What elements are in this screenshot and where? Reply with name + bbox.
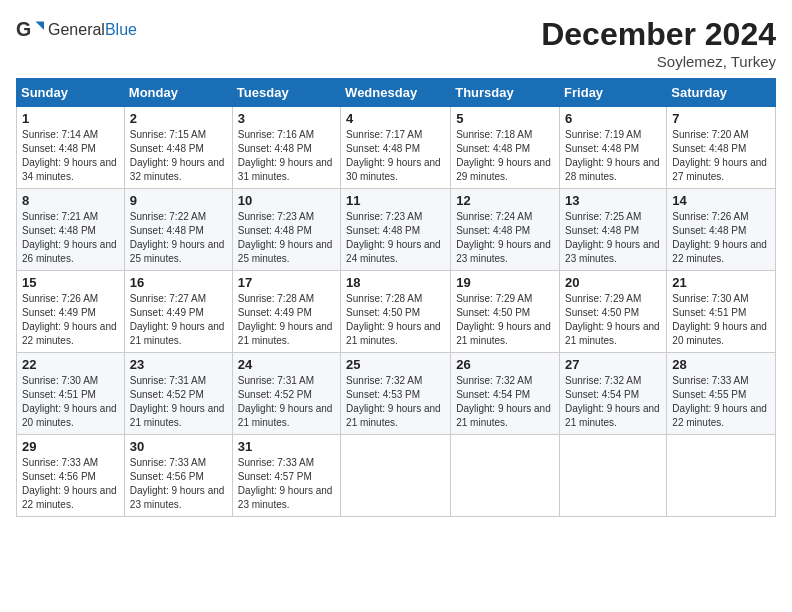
- weekday-header-cell: Wednesday: [341, 79, 451, 107]
- calendar-week-row: 8 Sunrise: 7:21 AMSunset: 4:48 PMDayligh…: [17, 189, 776, 271]
- calendar-week-row: 15 Sunrise: 7:26 AMSunset: 4:49 PMDaylig…: [17, 271, 776, 353]
- calendar-day-cell: 8 Sunrise: 7:21 AMSunset: 4:48 PMDayligh…: [17, 189, 125, 271]
- day-number: 31: [238, 439, 335, 454]
- day-info: Sunrise: 7:16 AMSunset: 4:48 PMDaylight:…: [238, 129, 333, 182]
- day-number: 17: [238, 275, 335, 290]
- location-subtitle: Soylemez, Turkey: [541, 53, 776, 70]
- calendar-day-cell: 9 Sunrise: 7:22 AMSunset: 4:48 PMDayligh…: [124, 189, 232, 271]
- day-info: Sunrise: 7:25 AMSunset: 4:48 PMDaylight:…: [565, 211, 660, 264]
- calendar-day-cell: 23 Sunrise: 7:31 AMSunset: 4:52 PMDaylig…: [124, 353, 232, 435]
- weekday-header-row: SundayMondayTuesdayWednesdayThursdayFrid…: [17, 79, 776, 107]
- day-number: 28: [672, 357, 770, 372]
- day-info: Sunrise: 7:33 AMSunset: 4:56 PMDaylight:…: [130, 457, 225, 510]
- weekday-header-cell: Friday: [560, 79, 667, 107]
- day-number: 15: [22, 275, 119, 290]
- logo: G GeneralBlue: [16, 16, 137, 44]
- calendar-day-cell: 10 Sunrise: 7:23 AMSunset: 4:48 PMDaylig…: [232, 189, 340, 271]
- day-info: Sunrise: 7:19 AMSunset: 4:48 PMDaylight:…: [565, 129, 660, 182]
- header: G GeneralBlue December 2024 Soylemez, Tu…: [16, 16, 776, 70]
- day-number: 30: [130, 439, 227, 454]
- day-info: Sunrise: 7:26 AMSunset: 4:49 PMDaylight:…: [22, 293, 117, 346]
- day-info: Sunrise: 7:15 AMSunset: 4:48 PMDaylight:…: [130, 129, 225, 182]
- logo-icon: G: [16, 16, 44, 44]
- weekday-header-cell: Tuesday: [232, 79, 340, 107]
- day-number: 11: [346, 193, 445, 208]
- day-number: 12: [456, 193, 554, 208]
- day-number: 23: [130, 357, 227, 372]
- calendar-week-row: 29 Sunrise: 7:33 AMSunset: 4:56 PMDaylig…: [17, 435, 776, 517]
- day-number: 25: [346, 357, 445, 372]
- day-number: 16: [130, 275, 227, 290]
- calendar-day-cell: 16 Sunrise: 7:27 AMSunset: 4:49 PMDaylig…: [124, 271, 232, 353]
- calendar-day-cell: 31 Sunrise: 7:33 AMSunset: 4:57 PMDaylig…: [232, 435, 340, 517]
- svg-marker-1: [36, 22, 44, 30]
- calendar-day-cell: 11 Sunrise: 7:23 AMSunset: 4:48 PMDaylig…: [341, 189, 451, 271]
- logo-general-text: General: [48, 21, 105, 38]
- calendar-day-cell: 7 Sunrise: 7:20 AMSunset: 4:48 PMDayligh…: [667, 107, 776, 189]
- day-number: 20: [565, 275, 661, 290]
- month-title: December 2024: [541, 16, 776, 53]
- day-info: Sunrise: 7:23 AMSunset: 4:48 PMDaylight:…: [346, 211, 441, 264]
- logo-blue-text: Blue: [105, 21, 137, 38]
- day-info: Sunrise: 7:18 AMSunset: 4:48 PMDaylight:…: [456, 129, 551, 182]
- day-info: Sunrise: 7:33 AMSunset: 4:56 PMDaylight:…: [22, 457, 117, 510]
- calendar-day-cell: 20 Sunrise: 7:29 AMSunset: 4:50 PMDaylig…: [560, 271, 667, 353]
- calendar-day-cell: 28 Sunrise: 7:33 AMSunset: 4:55 PMDaylig…: [667, 353, 776, 435]
- day-info: Sunrise: 7:30 AMSunset: 4:51 PMDaylight:…: [22, 375, 117, 428]
- day-number: 2: [130, 111, 227, 126]
- day-info: Sunrise: 7:29 AMSunset: 4:50 PMDaylight:…: [456, 293, 551, 346]
- calendar-day-cell: 22 Sunrise: 7:30 AMSunset: 4:51 PMDaylig…: [17, 353, 125, 435]
- calendar-table: SundayMondayTuesdayWednesdayThursdayFrid…: [16, 78, 776, 517]
- calendar-day-cell: 26 Sunrise: 7:32 AMSunset: 4:54 PMDaylig…: [451, 353, 560, 435]
- day-info: Sunrise: 7:29 AMSunset: 4:50 PMDaylight:…: [565, 293, 660, 346]
- calendar-body: 1 Sunrise: 7:14 AMSunset: 4:48 PMDayligh…: [17, 107, 776, 517]
- day-info: Sunrise: 7:33 AMSunset: 4:57 PMDaylight:…: [238, 457, 333, 510]
- calendar-day-cell: [560, 435, 667, 517]
- calendar-day-cell: 30 Sunrise: 7:33 AMSunset: 4:56 PMDaylig…: [124, 435, 232, 517]
- day-info: Sunrise: 7:31 AMSunset: 4:52 PMDaylight:…: [130, 375, 225, 428]
- day-info: Sunrise: 7:26 AMSunset: 4:48 PMDaylight:…: [672, 211, 767, 264]
- calendar-day-cell: [341, 435, 451, 517]
- day-number: 13: [565, 193, 661, 208]
- calendar-day-cell: [667, 435, 776, 517]
- day-info: Sunrise: 7:32 AMSunset: 4:54 PMDaylight:…: [565, 375, 660, 428]
- day-number: 4: [346, 111, 445, 126]
- calendar-day-cell: 19 Sunrise: 7:29 AMSunset: 4:50 PMDaylig…: [451, 271, 560, 353]
- calendar-day-cell: 13 Sunrise: 7:25 AMSunset: 4:48 PMDaylig…: [560, 189, 667, 271]
- day-info: Sunrise: 7:32 AMSunset: 4:54 PMDaylight:…: [456, 375, 551, 428]
- day-number: 8: [22, 193, 119, 208]
- day-number: 9: [130, 193, 227, 208]
- day-info: Sunrise: 7:28 AMSunset: 4:50 PMDaylight:…: [346, 293, 441, 346]
- day-info: Sunrise: 7:17 AMSunset: 4:48 PMDaylight:…: [346, 129, 441, 182]
- day-number: 5: [456, 111, 554, 126]
- calendar-day-cell: 27 Sunrise: 7:32 AMSunset: 4:54 PMDaylig…: [560, 353, 667, 435]
- day-info: Sunrise: 7:20 AMSunset: 4:48 PMDaylight:…: [672, 129, 767, 182]
- calendar-day-cell: [451, 435, 560, 517]
- calendar-day-cell: 3 Sunrise: 7:16 AMSunset: 4:48 PMDayligh…: [232, 107, 340, 189]
- day-number: 1: [22, 111, 119, 126]
- day-number: 6: [565, 111, 661, 126]
- calendar-day-cell: 12 Sunrise: 7:24 AMSunset: 4:48 PMDaylig…: [451, 189, 560, 271]
- day-number: 24: [238, 357, 335, 372]
- day-number: 14: [672, 193, 770, 208]
- day-info: Sunrise: 7:28 AMSunset: 4:49 PMDaylight:…: [238, 293, 333, 346]
- day-info: Sunrise: 7:23 AMSunset: 4:48 PMDaylight:…: [238, 211, 333, 264]
- day-info: Sunrise: 7:27 AMSunset: 4:49 PMDaylight:…: [130, 293, 225, 346]
- calendar-day-cell: 6 Sunrise: 7:19 AMSunset: 4:48 PMDayligh…: [560, 107, 667, 189]
- calendar-day-cell: 29 Sunrise: 7:33 AMSunset: 4:56 PMDaylig…: [17, 435, 125, 517]
- calendar-day-cell: 24 Sunrise: 7:31 AMSunset: 4:52 PMDaylig…: [232, 353, 340, 435]
- day-info: Sunrise: 7:32 AMSunset: 4:53 PMDaylight:…: [346, 375, 441, 428]
- day-info: Sunrise: 7:31 AMSunset: 4:52 PMDaylight:…: [238, 375, 333, 428]
- calendar-day-cell: 21 Sunrise: 7:30 AMSunset: 4:51 PMDaylig…: [667, 271, 776, 353]
- weekday-header-cell: Thursday: [451, 79, 560, 107]
- day-info: Sunrise: 7:22 AMSunset: 4:48 PMDaylight:…: [130, 211, 225, 264]
- weekday-header-cell: Monday: [124, 79, 232, 107]
- calendar-day-cell: 14 Sunrise: 7:26 AMSunset: 4:48 PMDaylig…: [667, 189, 776, 271]
- day-number: 10: [238, 193, 335, 208]
- svg-text:G: G: [16, 18, 31, 40]
- day-number: 3: [238, 111, 335, 126]
- calendar-day-cell: 4 Sunrise: 7:17 AMSunset: 4:48 PMDayligh…: [341, 107, 451, 189]
- weekday-header-cell: Sunday: [17, 79, 125, 107]
- day-number: 19: [456, 275, 554, 290]
- calendar-day-cell: 18 Sunrise: 7:28 AMSunset: 4:50 PMDaylig…: [341, 271, 451, 353]
